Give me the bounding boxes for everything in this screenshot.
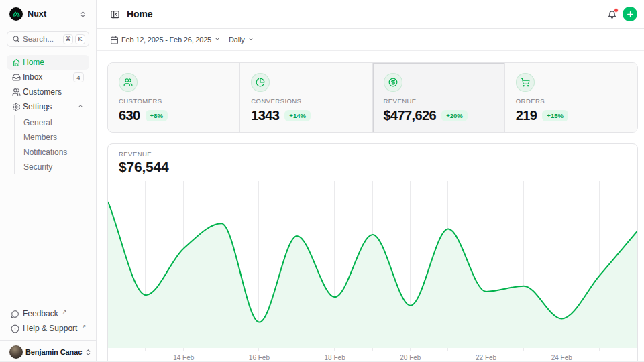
search-icon: [12, 35, 20, 43]
user-name: Benjamin Canac: [25, 348, 82, 356]
user-menu[interactable]: Benjamin Canac: [0, 340, 96, 359]
svg-text:22 Feb: 22 Feb: [476, 354, 497, 361]
revenue-area-chart[interactable]: 14 Feb16 Feb18 Feb20 Feb22 Feb24 Feb: [108, 181, 637, 362]
stat-card-revenue[interactable]: REVENUE $477,626 +20%: [373, 63, 505, 133]
page-header: Home: [97, 0, 644, 29]
stat-delta-badge: +20%: [441, 110, 468, 121]
help-support-link[interactable]: Help & Support ↗: [7, 321, 89, 336]
sidebar-item-label: Settings: [23, 102, 52, 111]
external-link-icon: ↗: [81, 324, 86, 330]
inbox-icon: [12, 73, 21, 82]
sidebar-item-label: Customers: [23, 87, 62, 97]
chart-title: REVENUE: [119, 150, 627, 158]
date-range-label: Feb 12, 2025 - Feb 26, 2025: [121, 36, 211, 44]
notification-dot: [614, 8, 619, 13]
stat-label: CONVERSIONS: [251, 97, 361, 105]
stat-value: 219: [516, 108, 537, 123]
topbar-actions: [607, 7, 637, 21]
kbd-k: K: [75, 34, 85, 44]
calendar-icon: [110, 36, 119, 44]
svg-text:24 Feb: 24 Feb: [551, 354, 573, 361]
sidebar-item-inbox[interactable]: Inbox 4: [7, 70, 89, 84]
chevron-up-down-icon: [85, 349, 92, 356]
settings-sub-list: General Members Notifications Security: [14, 115, 89, 174]
search-shortcut: ⌘ K: [63, 34, 85, 44]
svg-text:18 Feb: 18 Feb: [325, 354, 346, 361]
external-link-icon: ↗: [62, 309, 67, 315]
sidebar-item-notifications[interactable]: Notifications: [15, 145, 89, 160]
chevron-down-icon: [248, 36, 254, 44]
search-placeholder: Search...: [23, 35, 60, 43]
svg-text:16 Feb: 16 Feb: [249, 354, 270, 361]
main-area: Home Feb 12, 2025 - Feb 26, 2025: [97, 0, 644, 362]
sidebar-item-settings[interactable]: Settings: [7, 99, 89, 114]
chart-total-value: $76,544: [119, 159, 627, 175]
home-icon: [12, 58, 21, 67]
sidebar-item-security[interactable]: Security: [15, 160, 89, 174]
svg-text:20 Feb: 20 Feb: [400, 354, 421, 361]
panel-left-close-icon: [110, 9, 120, 19]
granularity-label: Daily: [229, 36, 244, 44]
users-icon: [119, 73, 138, 92]
sidebar-item-customers[interactable]: Customers: [7, 84, 89, 99]
app-root: Nuxt Search... ⌘ K Home Inbox 4: [0, 0, 644, 362]
chevron-up-down-icon: [79, 11, 87, 18]
chevron-down-icon: [214, 36, 221, 44]
sidebar: Nuxt Search... ⌘ K Home Inbox 4: [0, 0, 97, 362]
plus-icon: [626, 10, 635, 19]
stat-delta-badge: +14%: [284, 110, 311, 121]
sidebar-item-home[interactable]: Home: [7, 55, 89, 70]
message-circle-icon: [11, 310, 19, 318]
stat-card-orders[interactable]: ORDERS 219 +15%: [505, 63, 637, 133]
svg-text:14 Feb: 14 Feb: [173, 354, 195, 361]
stat-label: CUSTOMERS: [119, 97, 229, 105]
search-input[interactable]: Search... ⌘ K: [7, 31, 89, 47]
revenue-chart-card: REVENUE $76,544 14 Feb16 Feb18 Feb20 Feb…: [107, 143, 638, 362]
dashboard-content: CUSTOMERS 630 +8% CONVERSIONS 1343 +14%: [97, 51, 644, 362]
stat-value: 1343: [251, 108, 279, 123]
feedback-label: Feedback: [23, 309, 58, 318]
sidebar-footer: Feedback ↗ Help & Support ↗ Benjamin Can…: [7, 306, 89, 359]
circle-dollar-icon: [384, 73, 402, 92]
stat-card-customers[interactable]: CUSTOMERS 630 +8%: [108, 63, 240, 133]
sidebar-item-members[interactable]: Members: [15, 130, 89, 145]
feedback-link[interactable]: Feedback ↗: [7, 306, 89, 321]
settings-gear-icon: [12, 103, 21, 111]
chart-header: REVENUE $76,544: [108, 144, 637, 175]
stat-value: $477,626: [384, 108, 437, 123]
workspace-selector[interactable]: Nuxt: [7, 6, 89, 22]
stat-delta-badge: +15%: [542, 110, 568, 121]
sidebar-item-label: Inbox: [23, 72, 42, 82]
pie-chart-icon: [251, 73, 270, 92]
sidebar-item-label: Home: [23, 58, 44, 67]
add-button[interactable]: [623, 7, 637, 21]
sidebar-nav: Home Inbox 4 Customers Settings General: [7, 55, 89, 174]
user-avatar: [9, 345, 23, 359]
inbox-count-badge: 4: [73, 72, 84, 82]
stat-delta-badge: +8%: [146, 110, 168, 121]
notifications-button[interactable]: [607, 9, 617, 19]
filters-toolbar: Feb 12, 2025 - Feb 26, 2025 Daily: [97, 29, 644, 51]
stat-label: REVENUE: [384, 97, 494, 105]
stat-label: ORDERS: [516, 97, 627, 105]
shopping-cart-icon: [516, 73, 535, 92]
date-range-picker[interactable]: Feb 12, 2025 - Feb 26, 2025: [106, 31, 225, 48]
workspace-name: Nuxt: [28, 9, 46, 19]
page-title: Home: [127, 9, 153, 19]
chevron-up-icon: [77, 102, 84, 111]
kbd-cmd: ⌘: [63, 34, 73, 44]
sidebar-collapse-button[interactable]: [110, 9, 120, 19]
nuxt-logo-icon: [9, 7, 23, 21]
sidebar-item-general[interactable]: General: [15, 115, 89, 130]
stat-card-conversions[interactable]: CONVERSIONS 1343 +14%: [240, 63, 372, 133]
stat-value: 630: [119, 108, 140, 123]
help-support-label: Help & Support: [23, 324, 77, 333]
users-icon: [12, 88, 21, 97]
stats-row: CUSTOMERS 630 +8% CONVERSIONS 1343 +14%: [107, 62, 638, 133]
info-icon: [11, 324, 19, 333]
granularity-select[interactable]: Daily: [225, 31, 258, 48]
